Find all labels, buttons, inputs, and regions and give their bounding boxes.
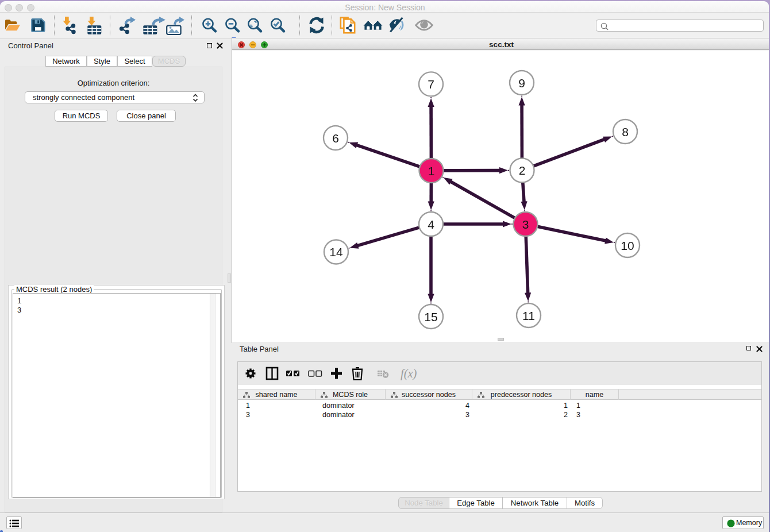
svg-text:2: 2 bbox=[519, 164, 526, 177]
svg-text:10: 10 bbox=[621, 239, 634, 252]
svg-text:1: 1 bbox=[428, 164, 435, 178]
svg-text:8: 8 bbox=[622, 125, 629, 138]
svg-text:f(x): f(x) bbox=[401, 367, 417, 380]
svg-text:6: 6 bbox=[332, 132, 339, 145]
svg-text:7: 7 bbox=[428, 78, 434, 91]
svg-text:3: 3 bbox=[522, 218, 529, 231]
svg-text:15: 15 bbox=[424, 310, 437, 323]
svg-text:4: 4 bbox=[428, 218, 434, 231]
svg-text:14: 14 bbox=[329, 245, 343, 259]
svg-text:9: 9 bbox=[518, 76, 525, 90]
svg-text:11: 11 bbox=[522, 309, 535, 322]
